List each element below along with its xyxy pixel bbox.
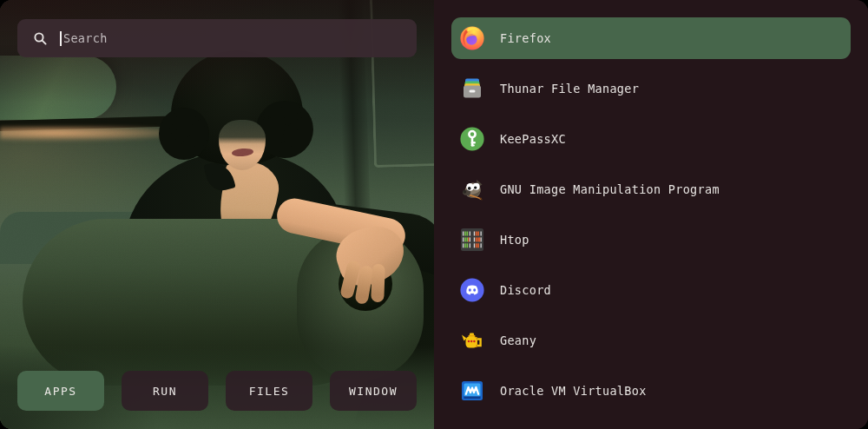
app-label: Htop <box>500 233 529 247</box>
app-row-htop[interactable]: Htop <box>451 219 851 261</box>
geany-icon <box>458 327 486 354</box>
app-label: Geany <box>500 333 536 347</box>
mode-tab-bar: APPS RUN FILES WINDOW <box>17 371 417 411</box>
app-label: Oracle VM VirtualBox <box>500 384 647 398</box>
app-label: Thunar File Manager <box>500 82 639 96</box>
thunar-icon <box>458 75 486 102</box>
tab-apps[interactable]: APPS <box>17 371 104 411</box>
app-label: Discord <box>500 283 551 297</box>
app-row-discord[interactable]: Discord <box>451 269 851 311</box>
app-row-firefox[interactable]: Firefox <box>451 17 851 59</box>
app-row-virtualbox[interactable]: Oracle VM VirtualBox <box>451 370 851 412</box>
app-label: GNU Image Manipulation Program <box>500 182 720 196</box>
app-label: Firefox <box>500 31 551 45</box>
text-cursor <box>60 31 62 46</box>
app-row-keepassxc[interactable]: KeePassXC <box>451 118 851 160</box>
search-placeholder: Search <box>63 31 108 45</box>
tab-run[interactable]: RUN <box>122 371 208 411</box>
gimp-icon <box>458 175 486 203</box>
app-list: Firefox Thunar File Manager KeePassXC <box>434 0 868 429</box>
app-row-geany[interactable]: Geany <box>451 320 851 361</box>
search-icon <box>33 31 48 46</box>
wallpaper-panel: Search APPS RUN FILES WINDOW <box>0 0 434 429</box>
discord-icon <box>458 276 486 304</box>
virtualbox-icon <box>458 377 486 405</box>
app-row-gimp[interactable]: GNU Image Manipulation Program <box>451 168 851 210</box>
search-input[interactable]: Search <box>17 19 417 57</box>
launcher-window: Search APPS RUN FILES WINDOW Firefox <box>0 0 868 429</box>
art-vignette <box>0 0 434 429</box>
htop-icon <box>458 226 486 254</box>
app-label: KeePassXC <box>500 132 566 146</box>
tab-files[interactable]: FILES <box>226 371 312 411</box>
keepassxc-icon <box>458 125 486 153</box>
tab-window[interactable]: WINDOW <box>330 371 417 411</box>
wallpaper-art <box>0 0 434 429</box>
firefox-icon <box>458 24 486 52</box>
app-row-thunar[interactable]: Thunar File Manager <box>451 68 851 109</box>
